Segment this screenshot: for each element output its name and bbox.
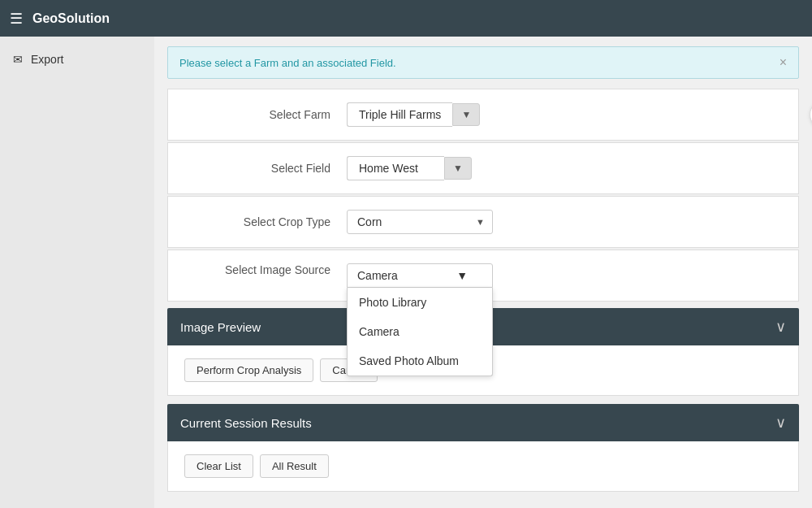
envelope-icon: ✉ xyxy=(13,53,23,66)
select-image-source-section: Select Image Source Camera ▼ Photo Libra… xyxy=(167,250,799,302)
image-source-arrow-icon: ▼ xyxy=(456,269,468,282)
select-farm-control: Triple Hill Farms ▼ xyxy=(347,102,480,127)
select-farm-label: Select Farm xyxy=(184,108,347,121)
select-crop-type-section: Select Crop Type Corn Wheat Soybean Rice xyxy=(167,196,799,248)
app-title: GeoSolution xyxy=(32,11,110,26)
crop-type-select[interactable]: Corn Wheat Soybean Rice xyxy=(347,210,493,234)
hamburger-icon[interactable]: ☰ xyxy=(10,10,23,28)
session-results-header: Current Session Results ∨ xyxy=(167,404,799,441)
image-source-option-camera[interactable]: Camera xyxy=(348,317,492,346)
select-image-source-label: Select Image Source xyxy=(184,263,347,276)
image-source-option-photo-library[interactable]: Photo Library xyxy=(348,288,492,317)
sidebar: ✉ Export xyxy=(0,0,154,508)
image-source-dropdown-menu: Photo Library Camera Saved Photo Album xyxy=(347,288,493,376)
clear-list-button[interactable]: Clear List xyxy=(184,454,253,478)
topbar: ☰ GeoSolution xyxy=(0,0,812,37)
image-source-dropdown-button[interactable]: Camera ▼ xyxy=(347,263,493,288)
select-field-label: Select Field xyxy=(184,162,347,175)
alert-close-button[interactable]: × xyxy=(780,55,787,70)
alert-bar: Please select a Farm and an associated F… xyxy=(167,46,799,79)
select-farm-arrow[interactable]: ▼ xyxy=(452,103,480,126)
sidebar-item-label: Export xyxy=(31,53,63,66)
select-farm-value: Triple Hill Farms xyxy=(347,102,452,127)
perform-crop-analysis-button[interactable]: Perform Crop Analysis xyxy=(184,358,313,382)
session-results-title: Current Session Results xyxy=(180,416,312,430)
image-preview-chevron[interactable]: ∨ xyxy=(775,318,786,336)
select-field-control: Home West ▼ xyxy=(347,156,472,180)
crop-type-wrapper: Corn Wheat Soybean Rice xyxy=(347,210,493,234)
sidebar-item-export[interactable]: ✉ Export xyxy=(0,45,154,74)
select-crop-type-label: Select Crop Type xyxy=(184,215,347,228)
all-result-button[interactable]: All Result xyxy=(260,454,329,478)
select-field-arrow[interactable]: ▼ xyxy=(444,157,472,180)
select-field-value: Home West xyxy=(347,156,444,180)
image-source-option-saved-photo-album[interactable]: Saved Photo Album xyxy=(348,346,492,376)
image-source-selected-value: Camera xyxy=(357,269,398,282)
alert-message: Please select a Farm and an associated F… xyxy=(179,57,396,69)
image-preview-title: Image Preview xyxy=(180,320,261,334)
image-source-dropdown-container: Camera ▼ Photo Library Camera Saved Phot… xyxy=(347,263,493,288)
select-field-section: Select Field Home West ▼ xyxy=(167,142,799,194)
session-results-body: Clear List All Result xyxy=(167,441,799,492)
session-results-chevron[interactable]: ∨ xyxy=(775,414,786,432)
session-results-actions: Clear List All Result xyxy=(184,454,782,478)
main-content: Please select a Farm and an associated F… xyxy=(154,37,812,508)
select-farm-section: Select Farm Triple Hill Farms ▼ ... xyxy=(167,89,799,141)
